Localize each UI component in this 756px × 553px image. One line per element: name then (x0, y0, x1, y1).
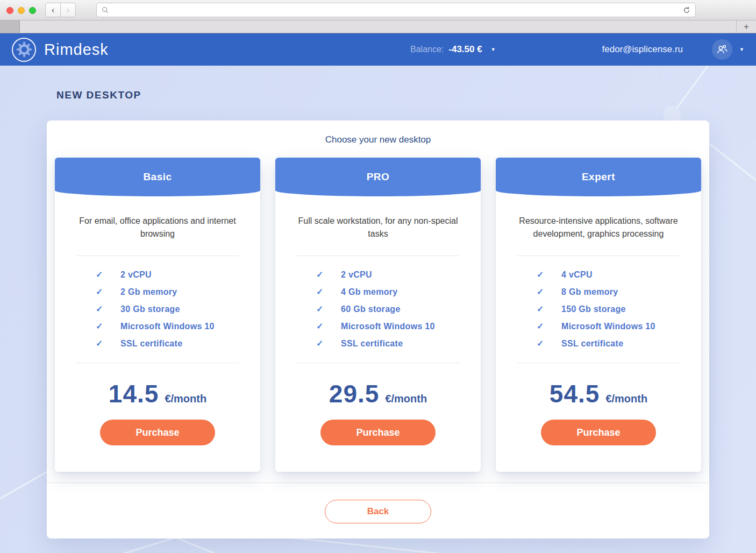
feature-row: ✓4 vCPU (517, 270, 680, 280)
gear-icon (12, 38, 36, 62)
back-chevron-icon: ‹ (52, 5, 55, 15)
price-amount: 54.5 (550, 379, 600, 408)
zoom-window-button[interactable] (29, 7, 36, 14)
check-icon: ✓ (316, 304, 329, 314)
check-icon: ✓ (316, 338, 329, 349)
feature-label: SSL certificate (341, 339, 403, 349)
balance-label: Balance: (410, 45, 444, 54)
back-button[interactable]: Back (325, 500, 431, 523)
feature-row: ✓2 vCPU (76, 270, 239, 280)
rimdesk-logo[interactable]: Rimdesk (12, 38, 109, 62)
check-icon: ✓ (96, 287, 109, 297)
plan-name: Basic (143, 171, 172, 183)
check-icon: ✓ (537, 287, 550, 297)
browser-tab[interactable] (0, 20, 20, 33)
check-icon: ✓ (537, 321, 550, 331)
back-nav-button[interactable]: ‹ (45, 3, 61, 17)
plan-card-pro: PRO Full scale workstation, for any non-… (275, 158, 481, 472)
search-icon (102, 6, 109, 13)
feature-label: 30 Gb storage (120, 304, 180, 314)
plan-header: Basic (55, 158, 260, 196)
close-window-button[interactable] (6, 7, 13, 14)
balance-dropdown[interactable]: Balance: -43.50 € ▼ (410, 44, 496, 55)
feature-row: ✓8 Gb memory (517, 287, 680, 297)
tab-strip-spacer (20, 20, 736, 33)
plan-card-expert: Expert Resource-intensive applications, … (496, 158, 701, 472)
plan-description: For email, office applications and inter… (73, 215, 242, 245)
new-tab-button[interactable]: + (736, 20, 756, 33)
plan-card-basic: Basic For email, office applications and… (55, 158, 260, 472)
forward-chevron-icon: › (67, 5, 70, 15)
reload-icon[interactable] (683, 6, 690, 14)
balance-value: -43.50 € (448, 44, 482, 55)
check-icon: ✓ (537, 270, 550, 280)
feature-list: ✓4 vCPU ✓8 Gb memory ✓150 Gb storage ✓Mi… (517, 256, 680, 363)
brand-name: Rimdesk (44, 41, 109, 59)
purchase-button-basic[interactable]: Purchase (100, 420, 215, 445)
feature-row: ✓SSL certificate (297, 338, 459, 349)
feature-list: ✓2 vCPU ✓2 Gb memory ✓30 Gb storage ✓Mic… (76, 256, 239, 363)
feature-label: 2 Gb memory (120, 287, 177, 297)
feature-row: ✓SSL certificate (76, 338, 239, 349)
purchase-button-pro[interactable]: Purchase (320, 420, 436, 445)
plan-description: Full scale workstation, for any non-spec… (294, 215, 462, 245)
feature-label: 60 Gb storage (341, 304, 401, 314)
panel-footer: Back (47, 483, 709, 538)
feature-label: SSL certificate (561, 339, 623, 349)
check-icon: ✓ (96, 304, 109, 314)
price-period: €/month (605, 393, 647, 405)
check-icon: ✓ (316, 321, 329, 331)
feature-row: ✓Microsoft Windows 10 (297, 321, 459, 331)
account-menu-chevron-icon[interactable]: ▼ (739, 47, 744, 52)
address-bar[interactable] (96, 3, 696, 17)
feature-list: ✓2 vCPU ✓4 Gb memory ✓60 Gb storage ✓Mic… (297, 256, 459, 363)
feature-label: 4 Gb memory (341, 287, 398, 297)
plan-name: Expert (582, 171, 615, 183)
price-amount: 29.5 (329, 379, 380, 408)
forward-nav-button[interactable]: › (60, 3, 76, 17)
avatar[interactable] (712, 39, 732, 60)
check-icon: ✓ (316, 287, 329, 297)
browser-nav-buttons: ‹ › (45, 3, 76, 17)
check-icon: ✓ (96, 321, 109, 331)
tab-strip: + (0, 20, 756, 33)
plan-name: PRO (367, 171, 390, 183)
plans-panel: Choose your new desktop Basic For email,… (47, 120, 709, 538)
user-email: fedor@isplicense.ru (602, 44, 683, 55)
feature-row: ✓150 Gb storage (517, 304, 680, 314)
check-icon: ✓ (96, 338, 109, 349)
feature-row: ✓4 Gb memory (297, 287, 459, 297)
feature-label: SSL certificate (120, 339, 182, 349)
feature-row: ✓Microsoft Windows 10 (76, 321, 239, 331)
page-title: NEW DESKTOP (56, 89, 756, 101)
feature-label: 2 vCPU (120, 270, 152, 280)
feature-row: ✓60 Gb storage (297, 304, 459, 314)
price-period: €/month (165, 393, 206, 405)
check-icon: ✓ (96, 270, 109, 280)
feature-label: 8 Gb memory (561, 287, 618, 297)
check-icon: ✓ (316, 270, 329, 280)
url-input[interactable] (112, 6, 683, 14)
purchase-button-expert[interactable]: Purchase (541, 420, 656, 445)
feature-label: Microsoft Windows 10 (341, 322, 435, 331)
chevron-down-icon: ▼ (491, 47, 496, 52)
price-period: €/month (385, 393, 427, 405)
minimize-window-button[interactable] (18, 7, 25, 14)
panel-heading: Choose your new desktop (47, 134, 709, 145)
price-amount: 14.5 (109, 379, 159, 408)
feature-row: ✓30 Gb storage (76, 304, 239, 314)
feature-label: Microsoft Windows 10 (561, 322, 655, 331)
price: 14.5 €/month (55, 379, 260, 408)
check-icon: ✓ (537, 304, 550, 314)
page-background: NEW DESKTOP Choose your new desktop Basi… (0, 66, 756, 553)
feature-label: Microsoft Windows 10 (120, 322, 215, 331)
feature-row: ✓2 Gb memory (76, 287, 239, 297)
feature-label: 150 Gb storage (561, 304, 626, 314)
price: 54.5 €/month (496, 379, 701, 408)
feature-row: ✓2 vCPU (297, 270, 459, 280)
feature-label: 4 vCPU (561, 270, 593, 280)
app-header: Rimdesk Balance: -43.50 € ▼ fedor@isplic… (0, 33, 756, 66)
plan-description: Resource-intensive applications, softwar… (514, 215, 683, 245)
users-icon (716, 43, 729, 56)
feature-label: 2 vCPU (341, 270, 372, 280)
